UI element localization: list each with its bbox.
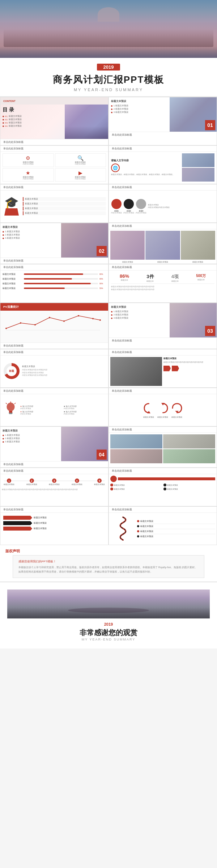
slide-spring: 单击此处添加标题 标题文本预设: [109, 506, 217, 545]
icon-3: ★: [26, 170, 30, 176]
pg-photo-3: [110, 449, 162, 463]
year-badge: 2019: [97, 64, 120, 71]
slide-timeline-inner: 标题 标题文本预设 内容文本预设内容文本预设内容 内容文本预设内容文本预设 内容…: [0, 356, 108, 387]
sg2-title: 单击此处添加标题: [0, 184, 108, 191]
thank-you-section: 2019 非常感谢您的观赏 MY YEAR-END SUMMARY: [0, 582, 217, 648]
s01-number: 01: [205, 120, 215, 130]
spg-title2: 单击此处添加标题: [109, 427, 217, 433]
pg-photo-4: [163, 449, 215, 463]
arrow-dark-1: [3, 521, 32, 525]
slide-arrows-left-inner: 标题文本预设 标题文本预设 标题文本预设: [0, 513, 108, 545]
slide-globe: 单击此处添加标题 请输入文字内容 🌐 标题文本预设，标题文本预设，标题文本预设，…: [109, 145, 217, 184]
slide-bulb: 单击此处添加标题 ► 输入文字内容内容文: [0, 388, 109, 426]
slide-photos3-inner: 标题文本预设 标题文本预设 标题文本预设: [109, 229, 217, 261]
slide-03-inner: 标题文本预设 1.标题文本预设 2.标题文本预设 3.标题文本预设 03: [109, 303, 217, 337]
stat-4: 500万: [196, 273, 206, 278]
slide-numbered-tl: 单击此处添加标题 1 标题文本预设 2 标题文本预设 3 标题文本预设: [0, 468, 109, 506]
svg-point-7: [99, 319, 101, 321]
sb-title: 单击此处添加标题: [0, 388, 108, 394]
svg-point-6: [92, 318, 94, 319]
slide-numbered-tl-inner: 1 标题文本预设 2 标题文本预设 3 标题文本预设 4 标题文本预设: [0, 474, 108, 506]
slide-01: 标题文本预设 1.标题文本预设 2.标题文本预设 3.标题文本预设 01 单击此…: [109, 97, 217, 145]
photo3-2: [145, 231, 180, 260]
title-section: 2019 商务风计划汇报PPT模板 MY YEAR-END SUMMARY: [0, 58, 217, 97]
redbar-header: PV流量统计: [0, 303, 108, 311]
slide-spring-inner: 标题文本预设 标题文本预设 标题文本预设 标题文本预设: [109, 513, 217, 545]
slide-icons: 单击此处添加标题 ⚙ 标题文本预设 内容文本预设 🔍 标题文本预设 内容文本预设…: [0, 145, 109, 184]
slide-globe-inner: 请输入文字内容 🌐 标题文本预设，标题文本预设，标题文本预设，标题文本预设，标题…: [109, 152, 217, 184]
thank-city-photo: [7, 590, 210, 618]
s02-number: 02: [97, 246, 107, 256]
slide-04-inner: 标题文本预设 1.标题文本预设 2.标题文本预设 3.标题文本预设 04: [0, 427, 108, 461]
svg-rect-12: [9, 411, 12, 413]
slide-01-inner: 标题文本预设 1.标题文本预设 2.标题文本预设 3.标题文本预设 01: [109, 97, 217, 132]
svg-point-11: [7, 403, 15, 411]
slide-photos-grid-inner: [109, 433, 217, 465]
key-head: [110, 476, 117, 482]
sk-title: 单击此处添加标题: [109, 468, 217, 474]
si-title: 单击此处添加标题: [0, 146, 108, 152]
slide-timeline: 单击此处添加标题 标题 标题文本预设 内容文本预设内容文本预设内容 内容文本预设…: [0, 349, 109, 388]
redbar-title: PV流量统计: [3, 305, 105, 309]
pv-chart: [3, 312, 104, 332]
hero-section: [0, 0, 217, 58]
s03-title: 单击此处添加标题: [109, 337, 217, 344]
slide-photos-grid: 单击此处添加标题: [109, 426, 217, 468]
svg-point-1: [20, 322, 21, 324]
stat-2: 3件: [146, 273, 154, 280]
thank-sub: MY YEAR-END SUMMARY: [7, 638, 210, 641]
pg-photo-1: [110, 434, 162, 448]
thank-main: 非常感谢您的观赏: [7, 628, 210, 638]
s04-photo: 04: [61, 427, 108, 461]
slide-02: 标题文本预设 1.标题文本预设 2.标题文本预设 3.标题文本预设 02 单击此…: [0, 223, 109, 264]
thank-year: 2019: [7, 622, 210, 626]
slide-progress: 单击此处添加标题 标题文本预设 80% 标题文本预设 65% 标题文本预设 90…: [0, 264, 109, 303]
icon-box-1: ⚙ 标题文本预设 内容文本预设: [3, 153, 54, 167]
globe-photo-1: [182, 153, 214, 167]
svg-line-17: [14, 403, 16, 404]
slide-03: 标题文本预设 1.标题文本预设 2.标题文本预设 3.标题文本预设 03 单击此…: [109, 303, 217, 349]
svg-rect-14: [9, 413, 12, 414]
icon-box-3: ★ 标题文本预设 内容文本预设: [3, 168, 54, 182]
s01-photo: 01: [170, 97, 217, 132]
bulb-items: ► 输入文字内容内容文本预设 ► 输入文字内容内容文本预设 ► 输入文字内容内容…: [20, 405, 106, 415]
slide-circles-inner: 标题1 内容文本预设 标题2 内容文本预设 标题3 内容文本预设 标题文本: [109, 191, 217, 222]
toc-items: P1 标题文本预设 P2 标题文本预设 P3 标题文本预设 P4 标题文本预设: [3, 115, 22, 128]
key-items: 标题文本预设 标题文本预设 标题文本预设 标题文本预设: [110, 484, 215, 490]
slide-grad-inner: 🎓 标题文本预设 标题文本预设 标题文本预设 标题文本预设: [0, 191, 108, 222]
stat-3: 4项: [171, 273, 179, 280]
sar-title: 单击此处添加标题: [109, 388, 217, 394]
slide-stats-inner: 86% 标题文本 3件 标题文本 4项 标题文本 500万 标题文本 标题文本预…: [109, 271, 217, 302]
slide-key: 单击此处添加标题 标题文本预设 标题文本预设: [109, 468, 217, 506]
copyright-text2: 本模板仅供个人学习和研究使用，禁止用于商业用途。版权归原作者所有，如需商业使用请…: [18, 565, 199, 574]
sst-title: 单击此处添加标题: [109, 264, 217, 271]
toc-inner: 目 录 P1 标题文本预设 P2 标题文本预设 P3 标题文本预设 P4 标题文…: [0, 105, 108, 139]
slide-arrows-right: 单击此处添加标题 标题文本预设 标题文本预设: [109, 388, 217, 426]
arrow-red-2: [3, 527, 32, 531]
main-title: 商务风计划汇报PPT模板: [4, 73, 213, 86]
slides-grid: CONTENT 目 录 P1 标题文本预设 P2 标题文本预设 P3 标题文本预…: [0, 97, 217, 545]
photo3-3: [181, 231, 215, 260]
key-stem: [118, 477, 215, 480]
svg-line-16: [6, 403, 7, 404]
slide-04: 标题文本预设 1.标题文本预设 2.标题文本预设 3.标题文本预设 04 单击此…: [0, 426, 109, 468]
slide-photos3: 单击此处添加标题 标题文本预设 标题文本预设 标题文本预设: [109, 223, 217, 264]
slide-photo-text-inner: 标题文本预设 标题文本预设内容内容内容内容内容内容内容内容: [109, 356, 217, 387]
sc-title: 单击此处添加标题: [109, 184, 217, 191]
svg-point-2: [34, 324, 36, 326]
sal-title: 单击此处添加标题: [0, 507, 108, 513]
icon-4: ▶: [78, 170, 82, 176]
spt-title: 单击此处添加标题: [109, 349, 217, 356]
slide-photo-text: 单击此处添加标题 标题文本预设 标题文本预设内容内容内容内容内容内容内容内容: [109, 349, 217, 388]
s02-subtitle: 标题文本预设: [3, 225, 59, 229]
s03-photo: 03: [170, 303, 217, 337]
toc-heading: 目 录: [3, 107, 22, 113]
stl-title: 单击此处添加标题: [0, 349, 108, 356]
s02-photo: 02: [61, 223, 108, 258]
slide-bulb-inner: ► 输入文字内容内容文本预设 ► 输入文字内容内容文本预设 ► 输入文字内容内容…: [0, 394, 108, 426]
spring-svg: [110, 515, 136, 542]
svg-point-5: [78, 315, 79, 316]
slide-toc: CONTENT 目 录 P1 标题文本预设 P2 标题文本预设 P3 标题文本预…: [0, 97, 109, 145]
pg-photo-2: [163, 434, 215, 448]
slide-progress-inner: 标题文本预设 80% 标题文本预设 65% 标题文本预设 90% 标题文本预设: [0, 271, 108, 302]
